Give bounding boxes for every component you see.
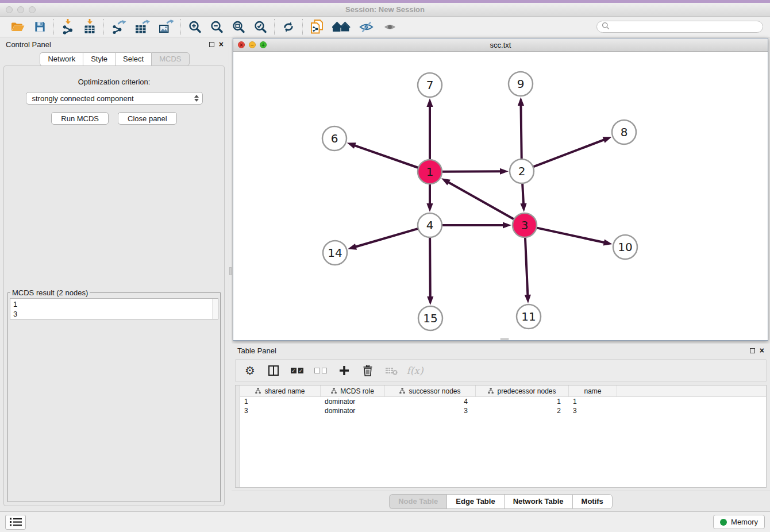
eye-icon[interactable] (382, 20, 398, 34)
graph-node-1[interactable]: 1 (418, 160, 442, 184)
mcds-panel: Optimization criterion: strongly connect… (3, 65, 225, 506)
mcds-result-box[interactable]: 13 (10, 298, 218, 319)
eye-slash-icon[interactable] (359, 20, 374, 34)
close-panel-icon[interactable] (219, 41, 224, 47)
svg-text:8: 8 (621, 125, 628, 139)
export-image-icon[interactable] (158, 20, 174, 34)
minimize-window-button[interactable] (17, 6, 24, 13)
svg-text:3: 3 (521, 218, 529, 232)
zoom-fit-icon[interactable] (232, 20, 245, 34)
table-row[interactable]: 3dominator323 (240, 406, 766, 415)
graph-edge-3-11[interactable] (525, 238, 531, 303)
graph-edge-3-1[interactable] (441, 178, 514, 219)
close-window-button[interactable] (6, 6, 13, 13)
clone-network-icon[interactable] (310, 19, 324, 34)
graph-node-11[interactable]: 11 (517, 304, 541, 329)
import-table-icon[interactable] (83, 19, 97, 34)
app-titlebar: Session: New Session (0, 3, 770, 17)
float-panel-icon[interactable] (209, 42, 214, 47)
graph-node-8[interactable]: 8 (612, 120, 636, 144)
select-all-icon[interactable] (291, 368, 303, 373)
search-input[interactable] (613, 23, 758, 31)
add-column-icon[interactable] (338, 365, 351, 376)
graph-node-7[interactable]: 7 (418, 73, 442, 97)
table-body: 1dominator4113dominator323 (240, 397, 766, 415)
float-table-panel-icon[interactable] (750, 348, 755, 353)
zoom-selected-icon[interactable] (253, 20, 267, 34)
result-scrollbar[interactable] (212, 299, 218, 319)
svg-text:14: 14 (328, 246, 342, 260)
graph-edge-2-9[interactable] (518, 97, 524, 159)
graph-node-2[interactable]: 2 (510, 159, 534, 183)
graph-edge-4-14[interactable] (348, 229, 418, 250)
graph-node-4[interactable]: 4 (418, 213, 442, 237)
graph-edge-1-7[interactable] (426, 98, 433, 159)
search-field[interactable] (596, 21, 763, 33)
tab-network-table[interactable]: Network Table (504, 494, 572, 509)
mcds-result-group: MCDS result (2 nodes) 13 (7, 288, 221, 502)
svg-text:15: 15 (423, 311, 437, 325)
network-view-window: scc.txt 1234678910111415 (233, 38, 768, 341)
graph-node-9[interactable]: 9 (509, 72, 533, 96)
graph-edge-2-3[interactable] (520, 184, 526, 212)
network-maximize-icon[interactable] (260, 41, 267, 48)
graph-edge-4-3[interactable] (442, 222, 511, 228)
graph-edge-1-6[interactable] (347, 142, 418, 167)
graph-node-14[interactable]: 14 (323, 241, 347, 265)
graph-node-3[interactable]: 3 (513, 213, 537, 237)
column-header-successor-nodes[interactable]: successor nodes (385, 385, 476, 396)
tab-select[interactable]: Select (115, 52, 151, 66)
graph-node-6[interactable]: 6 (322, 126, 346, 151)
column-header-shared-name[interactable]: shared name (240, 385, 321, 396)
graph-edge-4-15[interactable] (427, 238, 433, 305)
tab-motifs[interactable]: Motifs (572, 494, 613, 509)
panel-splitter[interactable] (229, 37, 232, 511)
network-close-icon[interactable] (238, 41, 245, 48)
graph-node-15[interactable]: 15 (418, 306, 442, 330)
graph-edge-1-2[interactable] (442, 168, 509, 175)
close-table-panel-icon[interactable] (760, 348, 764, 353)
table-row[interactable]: 1dominator411 (240, 397, 766, 406)
zoom-in-icon[interactable] (188, 20, 202, 34)
column-header-predecessor-nodes[interactable]: predecessor nodes (476, 385, 569, 396)
graph-edge-3-10[interactable] (537, 228, 612, 246)
export-network-icon[interactable] (111, 20, 126, 34)
tab-network[interactable]: Network (40, 52, 83, 66)
run-mcds-button[interactable]: Run MCDS (51, 112, 109, 125)
dropdown-stepper-icon (194, 95, 200, 102)
network-resize-grip[interactable] (500, 338, 509, 340)
columns-icon[interactable] (267, 365, 280, 376)
import-network-icon[interactable] (61, 19, 75, 34)
column-header-name[interactable]: name (569, 385, 617, 396)
graph-edge-2-8[interactable] (534, 137, 612, 167)
memory-button[interactable]: Memory (713, 515, 765, 529)
open-folder-icon[interactable] (10, 20, 25, 34)
export-table-icon[interactable] (134, 20, 150, 34)
mcds-result-title: MCDS result (2 nodes) (10, 288, 90, 297)
network-graph[interactable]: 1234678910111415 (233, 52, 768, 340)
refresh-icon[interactable] (282, 20, 295, 34)
column-header-MCDS-role[interactable]: MCDS role (321, 385, 385, 396)
zoom-window-button[interactable] (29, 6, 36, 13)
tree-icon (399, 387, 405, 395)
tab-edge-table[interactable]: Edge Table (446, 494, 503, 509)
network-window-titlebar[interactable]: scc.txt (233, 38, 768, 52)
gear-icon[interactable]: ⚙ (244, 365, 256, 376)
table-header-row: shared nameMCDS rolesuccessor nodesprede… (240, 385, 766, 397)
tab-node-table[interactable]: Node Table (389, 494, 446, 509)
save-icon[interactable] (33, 20, 47, 33)
double-home-icon[interactable] (332, 20, 351, 34)
optimization-criterion-select[interactable]: strongly connected component (26, 92, 203, 105)
close-panel-button[interactable]: Close panel (118, 112, 177, 125)
graph-node-10[interactable]: 10 (613, 235, 637, 259)
list-icon (10, 518, 22, 526)
tab-style[interactable]: Style (83, 52, 115, 66)
graph-edge-1-4[interactable] (426, 184, 433, 212)
deselect-all-icon[interactable] (314, 368, 327, 373)
zoom-out-icon[interactable] (210, 20, 224, 34)
network-minimize-icon[interactable] (249, 41, 256, 48)
trash-icon[interactable] (361, 365, 374, 376)
tab-mcds[interactable]: MCDS (151, 52, 189, 66)
task-history-button[interactable] (5, 515, 26, 530)
network-canvas[interactable]: 1234678910111415 (233, 52, 768, 340)
